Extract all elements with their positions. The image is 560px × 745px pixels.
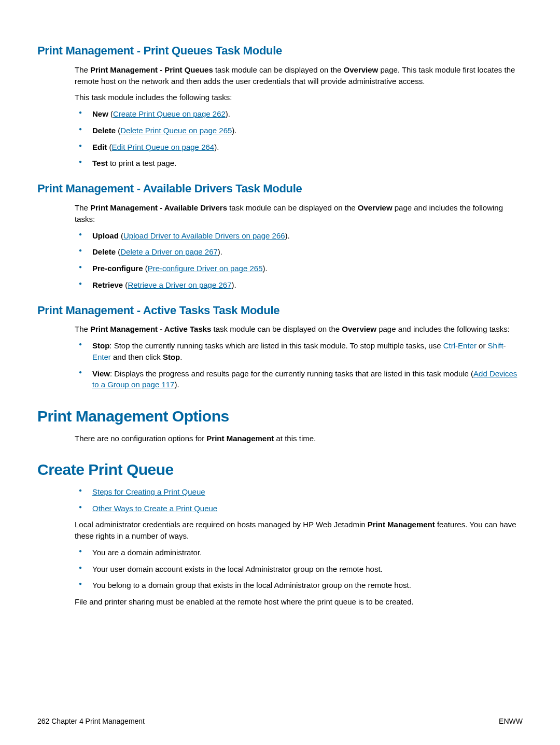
paragraph: This task module includes the following …	[75, 92, 523, 103]
text: : Stop the currently running tasks which…	[109, 341, 443, 350]
task-list: Upload (Upload Driver to Available Drive…	[75, 230, 523, 291]
text: to print a test page.	[108, 159, 177, 167]
task-label: Retrieve	[92, 280, 123, 289]
footer-right: ENWW	[499, 716, 523, 726]
list-item: Delete (Delete a Driver on page 267).	[75, 246, 523, 258]
task-label: Upload	[92, 231, 119, 240]
list-item: Stop: Stop the currently running tasks w…	[75, 340, 523, 363]
text: Local administrator credentials are requ…	[75, 520, 368, 529]
text-bold: Overview	[358, 203, 393, 212]
list-item: Edit (Edit Print Queue on page 264).	[75, 142, 523, 153]
task-list: New (Create Print Queue on page 262). De…	[75, 108, 523, 169]
text: and then click	[111, 353, 163, 361]
section-available-drivers-body: The Print Management - Available Drivers…	[75, 202, 523, 291]
list-item: Pre-configure (Pre-configure Driver on p…	[75, 263, 523, 274]
list-item: Steps for Creating a Print Queue	[75, 486, 523, 498]
paragraph: There are no configuration options for P…	[75, 433, 523, 444]
text: task module can be displayed on the	[227, 203, 358, 212]
task-list: Stop: Stop the currently running tasks w…	[75, 340, 523, 390]
text: task module can be displayed on the	[213, 65, 344, 74]
link-delete-print-queue[interactable]: Delete Print Queue on page 265	[120, 126, 232, 135]
text: The	[75, 203, 90, 212]
section-create-queue-body: Steps for Creating a Print Queue Other W…	[75, 486, 523, 608]
task-label: View	[92, 369, 110, 378]
document-page: Print Management - Print Queues Task Mod…	[0, 0, 560, 745]
text: ).	[174, 380, 179, 389]
page-footer: 262 Chapter 4 Print Management ENWW	[37, 716, 523, 726]
task-label: Delete	[92, 126, 116, 135]
text-bold: Print Management - Print Queues	[90, 65, 213, 74]
text-bold: Overview	[342, 325, 376, 333]
ways-list: You are a domain administrator. Your use…	[75, 547, 523, 591]
link-other-ways-create-queue[interactable]: Other Ways to Create a Print Queue	[92, 504, 217, 513]
link-retrieve-driver[interactable]: Retrieve a Driver on page 267	[128, 280, 231, 289]
list-item: Upload (Upload Driver to Available Drive…	[75, 230, 523, 242]
text: page and includes the following tasks:	[376, 325, 510, 333]
text: The	[75, 325, 90, 333]
text: task module can be displayed on the	[211, 325, 342, 333]
heading-create-print-queue: Create Print Queue	[37, 458, 523, 481]
list-item: Other Ways to Create a Print Queue	[75, 503, 523, 514]
link-steps-create-queue[interactable]: Steps for Creating a Print Queue	[92, 487, 205, 496]
link-preconfigure-driver[interactable]: Pre-configure Driver on page 265	[148, 264, 263, 273]
text-bold: Print Management	[368, 520, 435, 529]
heading-print-management-options: Print Management Options	[37, 405, 523, 428]
text-bold: Overview	[344, 65, 379, 74]
task-label: Edit	[92, 143, 107, 151]
text: The	[75, 65, 90, 74]
text-bold: Stop	[163, 353, 180, 361]
task-label: New	[92, 109, 108, 118]
paragraph: The Print Management - Active Tasks task…	[75, 324, 523, 335]
list-item: Retrieve (Retrieve a Driver on page 267)…	[75, 279, 523, 291]
link-upload-driver[interactable]: Upload Driver to Available Drivers on pa…	[123, 231, 285, 240]
link-delete-driver[interactable]: Delete a Driver on page 267	[120, 247, 218, 256]
section-options-body: There are no configuration options for P…	[75, 433, 523, 444]
list-item: New (Create Print Queue on page 262).	[75, 108, 523, 120]
heading-active-tasks: Print Management - Active Tasks Task Mod…	[37, 302, 523, 319]
list-item: View: Displays the progress and results …	[75, 368, 523, 391]
section-print-queues-body: The Print Management - Print Queues task…	[75, 64, 523, 169]
keycap-shift: Shift	[488, 341, 503, 350]
heading-available-drivers: Print Management - Available Drivers Tas…	[37, 180, 523, 197]
text: or	[477, 341, 488, 350]
text: at this time.	[274, 434, 316, 443]
text: -	[503, 341, 506, 350]
paragraph: Local administrator credentials are requ…	[75, 519, 523, 542]
text-bold: Print Management	[206, 434, 274, 443]
link-edit-print-queue[interactable]: Edit Print Queue on page 264	[112, 143, 215, 151]
keycap-enter: Enter	[458, 341, 477, 350]
text: There are no configuration options for	[75, 434, 206, 443]
list-item: Delete (Delete Print Queue on page 265).	[75, 125, 523, 136]
list-item: Your user domain account exists in the l…	[75, 564, 523, 575]
link-create-print-queue[interactable]: Create Print Queue on page 262	[113, 109, 226, 118]
keycap-ctrl: Ctrl	[443, 341, 455, 350]
list-item: Test to print a test page.	[75, 158, 523, 169]
keycap-enter: Enter	[92, 353, 111, 361]
list-item: You belong to a domain group that exists…	[75, 580, 523, 591]
paragraph: File and printer sharing must be enabled…	[75, 596, 523, 608]
task-label: Stop	[92, 341, 109, 350]
footer-left: 262 Chapter 4 Print Management	[37, 716, 145, 726]
heading-print-queues: Print Management - Print Queues Task Mod…	[37, 43, 523, 59]
paragraph: The Print Management - Available Drivers…	[75, 202, 523, 225]
task-label: Pre-configure	[92, 264, 143, 273]
paragraph: The Print Management - Print Queues task…	[75, 64, 523, 87]
text: : Displays the progress and results page…	[110, 369, 473, 378]
text-bold: Print Management - Available Drivers	[90, 203, 227, 212]
text: .	[180, 353, 182, 361]
section-active-tasks-body: The Print Management - Active Tasks task…	[75, 324, 523, 390]
link-list: Steps for Creating a Print Queue Other W…	[75, 486, 523, 514]
text-bold: Print Management - Active Tasks	[90, 325, 211, 333]
task-label: Delete	[92, 247, 116, 256]
list-item: You are a domain administrator.	[75, 547, 523, 558]
task-label: Test	[92, 159, 108, 167]
